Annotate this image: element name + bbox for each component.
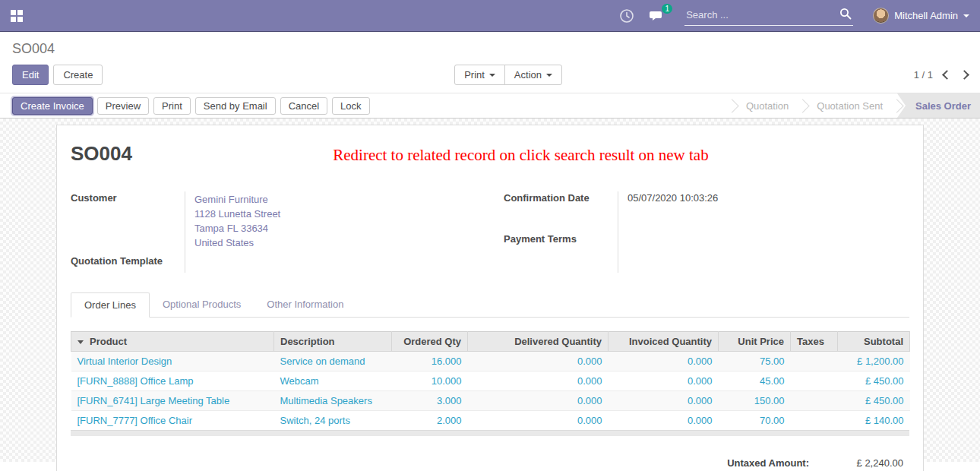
- global-search[interactable]: [684, 6, 853, 26]
- user-menu-caret-icon: [963, 14, 969, 17]
- create-button[interactable]: Create: [53, 65, 103, 85]
- form-view-background: SO004 Redirect to related record on clic…: [0, 119, 980, 462]
- totals-section: Untaxed Amount: £ 2,240.00: [71, 457, 909, 469]
- print-dropdown-button[interactable]: Print: [454, 65, 505, 85]
- order-line-row[interactable]: Virtual Interior DesignService on demand…: [71, 352, 910, 371]
- notebook-tabs: Order Lines Optional Products Other Info…: [71, 292, 909, 318]
- status-step-quotation[interactable]: Quotation: [732, 93, 802, 118]
- quotation-template-label: Quotation Template: [71, 254, 185, 273]
- col-subtotal: Subtotal: [838, 332, 910, 352]
- red-annotation-text: Redirect to related record on click sear…: [132, 146, 909, 165]
- customer-label: Customer: [71, 191, 185, 254]
- control-panel: SO004 Edit Create Print Action 1 / 1: [0, 32, 980, 93]
- status-step-quotation-sent[interactable]: Quotation Sent: [803, 93, 896, 118]
- message-count-badge: 1: [662, 4, 672, 14]
- customer-city: Tampa FL 33634: [194, 221, 490, 236]
- tab-other-information[interactable]: Other Information: [254, 292, 356, 317]
- confirmation-date-value: 05/07/2020 10:03:26: [618, 191, 909, 232]
- pager-previous-icon[interactable]: [942, 70, 952, 80]
- create-invoice-button[interactable]: Create Invoice: [12, 97, 93, 115]
- order-lines-table: Product Description Ordered Qty Delivere…: [71, 331, 910, 430]
- user-avatar: [873, 8, 889, 24]
- print-caret-icon: [489, 74, 495, 77]
- action-dropdown-button[interactable]: Action: [504, 65, 562, 85]
- customer-name[interactable]: Gemini Furniture: [194, 192, 490, 207]
- col-product: Product: [71, 332, 274, 352]
- customer-value[interactable]: Gemini Furniture 1128 Lunetta Street Tam…: [185, 191, 490, 254]
- col-invoiced-qty: Invoiced Quantity: [609, 332, 719, 352]
- quotation-template-value[interactable]: [185, 254, 490, 273]
- tab-optional-products[interactable]: Optional Products: [150, 292, 254, 317]
- search-input[interactable]: [686, 9, 839, 21]
- untaxed-amount-value: £ 2,240.00: [835, 457, 903, 469]
- preview-button[interactable]: Preview: [97, 97, 149, 115]
- customer-country: United States: [194, 236, 490, 250]
- order-line-row[interactable]: [FURN_7777] Office ChairSwitch, 24 ports…: [71, 411, 910, 431]
- breadcrumb[interactable]: SO004: [12, 41, 968, 57]
- col-ordered-qty: Ordered Qty: [392, 332, 468, 352]
- activities-clock-icon[interactable]: [619, 8, 634, 24]
- form-statusbar: Create Invoice Preview Print Send by Ema…: [0, 93, 980, 119]
- send-by-email-button[interactable]: Send by Email: [195, 97, 276, 115]
- untaxed-amount-label: Untaxed Amount:: [727, 457, 809, 469]
- confirmation-date-label: Confirmation Date: [504, 191, 618, 232]
- tab-order-lines[interactable]: Order Lines: [71, 292, 150, 318]
- lock-button[interactable]: Lock: [332, 97, 369, 115]
- user-name: Mitchell Admin: [894, 10, 958, 21]
- payment-terms-label: Payment Terms: [504, 232, 618, 273]
- col-description: Description: [274, 332, 392, 352]
- col-unit-price: Unit Price: [719, 332, 791, 352]
- order-title: SO004: [71, 142, 132, 166]
- payment-terms-value[interactable]: [618, 232, 909, 273]
- top-navbar: 1 Mitchell Admin: [0, 0, 980, 32]
- status-steps: Quotation Quotation Sent Sales Order: [732, 93, 980, 118]
- table-header-row: Product Description Ordered Qty Delivere…: [71, 332, 910, 352]
- edit-button[interactable]: Edit: [12, 65, 49, 85]
- user-menu[interactable]: Mitchell Admin: [873, 8, 969, 24]
- pager-next-icon[interactable]: [959, 70, 969, 80]
- status-step-sales-order[interactable]: Sales Order: [897, 93, 980, 118]
- list-toggle-caret-icon[interactable]: [77, 340, 84, 344]
- search-icon[interactable]: [839, 8, 852, 22]
- print-button[interactable]: Print: [153, 97, 191, 115]
- col-delivered-qty: Delivered Quantity: [468, 332, 609, 352]
- customer-street: 1128 Lunetta Street: [194, 207, 490, 221]
- cancel-button[interactable]: Cancel: [280, 97, 327, 115]
- sales-order-sheet: SO004 Redirect to related record on clic…: [56, 125, 924, 471]
- table-footer: [71, 430, 909, 436]
- messages-icon[interactable]: 1: [650, 8, 665, 24]
- pager-counter: 1 / 1: [914, 69, 933, 81]
- col-taxes: Taxes: [791, 332, 838, 352]
- order-line-row[interactable]: [FURN_6741] Large Meeting TableMultimedi…: [71, 391, 910, 411]
- apps-menu-icon[interactable]: [11, 10, 23, 22]
- order-line-row[interactable]: [FURN_8888] Office LampWebcam 10.0000.00…: [71, 371, 910, 391]
- action-caret-icon: [546, 74, 552, 77]
